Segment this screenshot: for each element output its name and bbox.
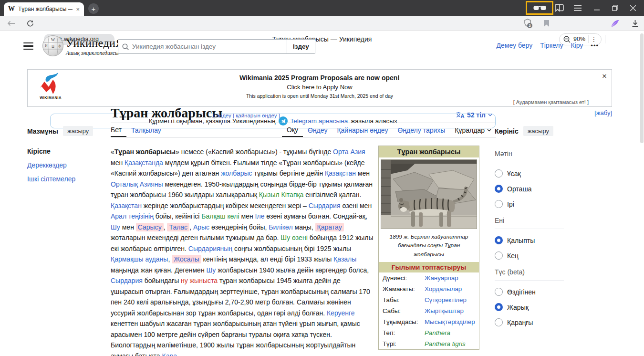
wiki-link[interactable]: Қазақстанда bbox=[125, 159, 163, 167]
wikimania-banner[interactable]: WIKIMANIA Wikimania 2025 Program Proposa… bbox=[27, 69, 612, 107]
wiki-link[interactable]: Шу өзені bbox=[280, 234, 307, 241]
wiki-link[interactable]: Талас bbox=[167, 223, 189, 231]
family-link[interactable]: Мысықтәрізділер bbox=[425, 318, 475, 325]
download-icon[interactable] bbox=[628, 16, 642, 31]
wiki-link[interactable]: Іле bbox=[255, 212, 265, 220]
wiki-link[interactable]: Қаратау bbox=[315, 223, 344, 231]
wiki-link[interactable]: Орталық Азияны bbox=[111, 180, 163, 188]
search-field[interactable] bbox=[118, 39, 287, 54]
svg-text:A: A bbox=[460, 113, 464, 118]
radio-text-large[interactable]: Ірі bbox=[495, 200, 564, 208]
protect-badge-icon[interactable]: 2 bbox=[521, 16, 535, 31]
wiki-link[interactable]: Сырдария bbox=[309, 202, 341, 209]
tab-tools[interactable]: Құралдар bbox=[450, 123, 496, 137]
tab-history[interactable]: Өңделу тарихы bbox=[393, 123, 450, 137]
wiki-link[interactable]: Шу bbox=[111, 223, 120, 231]
wiki-link[interactable]: Сарысу bbox=[136, 223, 164, 231]
radio-color-dark[interactable]: Қараңғы bbox=[495, 318, 564, 326]
wiki-link[interactable]: Қармақшы ауданы bbox=[111, 255, 168, 263]
wiki-link[interactable]: Сырдарияның bbox=[188, 245, 232, 252]
tab-edit[interactable]: Өңдеу bbox=[303, 123, 332, 137]
wiki-link[interactable]: Шу bbox=[207, 266, 216, 274]
radio-color-auto[interactable]: Өздігінен bbox=[495, 288, 564, 296]
wiki-link[interactable]: Қазақстан bbox=[325, 169, 356, 177]
wiki-link[interactable]: ну жыныста bbox=[181, 277, 218, 284]
wikipedia-wordmark[interactable]: УикипедиЯ Ашық энциклопедиясы bbox=[66, 37, 124, 56]
bookmark-icon[interactable] bbox=[539, 16, 553, 31]
wiki-link[interactable]: Керуенге bbox=[327, 309, 355, 317]
radio-width-wide[interactable]: Кең bbox=[495, 251, 564, 260]
wiki-link[interactable]: жолбарыс bbox=[221, 169, 252, 177]
new-tab-button[interactable]: + bbox=[88, 3, 99, 14]
wiki-link[interactable]: Балқаш көлі bbox=[201, 212, 239, 220]
donate-link[interactable]: Демеу беру bbox=[497, 42, 533, 49]
scrollbar[interactable] bbox=[640, 33, 644, 143]
toc-title: Мазмұны bbox=[27, 127, 58, 135]
wiki-link[interactable]: Арал теңізінің bbox=[111, 212, 154, 220]
text: мен bbox=[111, 159, 125, 167]
toc-item-intro[interactable]: Кіріспе bbox=[27, 147, 104, 155]
quill-extension-icon[interactable] bbox=[608, 16, 622, 31]
phylum-link[interactable]: Хордалылар bbox=[425, 285, 462, 293]
kingdom-link[interactable]: Жануарлар bbox=[425, 274, 458, 282]
login-link[interactable]: Кіру bbox=[571, 42, 583, 49]
menu-icon[interactable] bbox=[571, 0, 585, 16]
radio-icon bbox=[495, 200, 503, 208]
back-icon[interactable] bbox=[4, 16, 18, 31]
wikipedia-globe-logo[interactable]: W И Ω ф bbox=[42, 35, 64, 57]
radio-text-small[interactable]: Ұсақ bbox=[495, 169, 564, 178]
order-link[interactable]: Жыртқыштар bbox=[425, 307, 464, 314]
tab-talk[interactable]: Талқылау bbox=[126, 123, 166, 137]
radio-color-light[interactable]: Жарық bbox=[495, 303, 564, 311]
close-window-icon[interactable] bbox=[626, 0, 640, 16]
banner-close-icon[interactable]: × bbox=[602, 72, 607, 81]
main-menu-icon[interactable] bbox=[23, 42, 33, 50]
radio-icon bbox=[495, 303, 503, 311]
title-edit-links[interactable]: [ өңдеу | қайнарын өңдеу ] bbox=[213, 113, 280, 118]
close-banner-link[interactable]: [жабу] bbox=[594, 109, 612, 116]
svg-text:ф: ф bbox=[59, 44, 61, 48]
genus-link[interactable]: Panthera bbox=[425, 329, 450, 336]
class-link[interactable]: Сүтқоректілер bbox=[425, 296, 467, 304]
search-button[interactable]: Іздеу bbox=[287, 39, 315, 54]
banner-apply-link[interactable]: Click here to Apply Now bbox=[123, 84, 516, 91]
banner-headline: Wikimania 2025 Program Proposals are now… bbox=[123, 74, 516, 82]
tab-close-icon[interactable]: × bbox=[76, 6, 80, 12]
reload-icon[interactable] bbox=[23, 16, 37, 31]
toc-hide-button[interactable]: жасыру bbox=[63, 126, 93, 136]
tab-read[interactable]: Оқу bbox=[282, 123, 303, 137]
tab-page[interactable]: Бет bbox=[111, 123, 126, 137]
svg-text:Ω: Ω bbox=[52, 44, 54, 49]
side-panel-icon[interactable] bbox=[552, 0, 567, 16]
tiger-photo[interactable] bbox=[381, 159, 477, 229]
wiki-link[interactable]: Жосалы bbox=[172, 255, 201, 263]
wiki-link[interactable]: Қара bbox=[162, 352, 177, 356]
wiki-link[interactable]: Арыс bbox=[193, 223, 209, 231]
register-link[interactable]: Тіркелу bbox=[540, 42, 563, 49]
language-selector[interactable]: A 52 тіл bbox=[456, 111, 492, 119]
wiki-link[interactable]: Сырдария bbox=[111, 277, 143, 284]
toc-item-sources[interactable]: Дереккөздер bbox=[27, 161, 104, 169]
reading-glasses-icon[interactable] bbox=[533, 5, 546, 11]
appearance-title: Көрініс bbox=[495, 127, 519, 135]
toc-item-internal-links[interactable]: Ішкі сілтемелер bbox=[27, 175, 104, 183]
text: жерінде жолбарыстардың көбірек мекендеге… bbox=[142, 202, 309, 209]
radio-text-medium[interactable]: Орташа bbox=[495, 185, 564, 193]
wiki-link[interactable]: Билікөл bbox=[269, 223, 292, 231]
tab-edit-source[interactable]: Қайнарын өңдеу bbox=[332, 123, 393, 137]
wiki-link[interactable]: Қазалы bbox=[333, 255, 356, 263]
wiki-link[interactable]: Орта Азия bbox=[333, 148, 365, 156]
radio-width-standard[interactable]: Қалыпты bbox=[495, 236, 564, 244]
wiki-link[interactable]: Қызыл Кітапқа bbox=[259, 191, 304, 199]
browser-tab[interactable]: W Тұран жолбарысы — Уі × bbox=[4, 2, 84, 16]
appearance-hide-button[interactable]: жасыру bbox=[523, 126, 553, 136]
article-tabs: Бет Талқылау Оқу Өңдеу Қайнарын өңдеу Өң… bbox=[111, 123, 496, 137]
banner-translate-link[interactable]: [ Аудармамен қамтамасыз ет! ] bbox=[513, 99, 589, 105]
more-options-icon[interactable]: ••• bbox=[591, 42, 599, 49]
minimize-icon[interactable] bbox=[590, 0, 604, 16]
species-link[interactable]: Panthera tigris bbox=[425, 340, 466, 347]
search-input[interactable] bbox=[132, 43, 283, 50]
wiki-link[interactable]: Қазақстан bbox=[111, 202, 142, 209]
chevron-down-icon bbox=[488, 114, 492, 116]
restore-icon[interactable] bbox=[608, 0, 622, 16]
